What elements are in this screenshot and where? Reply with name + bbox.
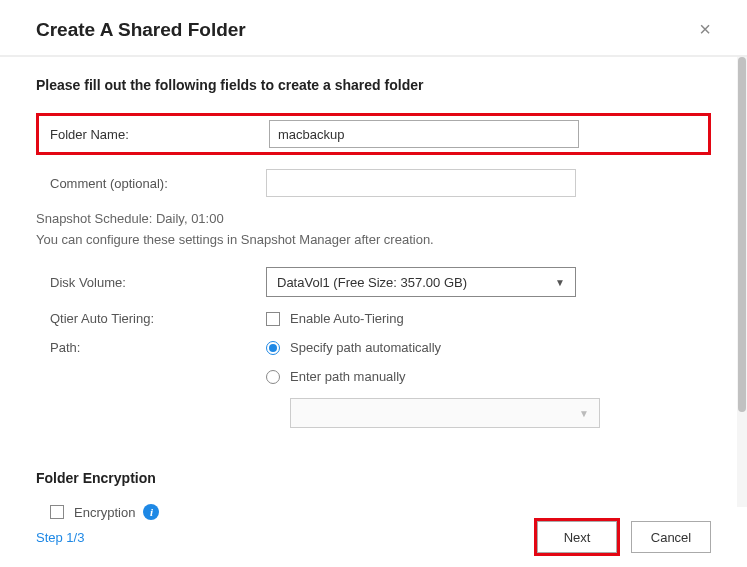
intro-text: Please fill out the following fields to … [36, 77, 711, 93]
cancel-button[interactable]: Cancel [631, 521, 711, 553]
chevron-down-icon: ▼ [579, 408, 589, 419]
qtier-label: Qtier Auto Tiering: [36, 311, 266, 326]
encryption-checkbox[interactable] [50, 505, 64, 519]
close-icon[interactable]: × [699, 18, 711, 41]
info-icon[interactable]: i [143, 504, 159, 520]
path-auto-radio[interactable] [266, 341, 280, 355]
dialog-title: Create A Shared Folder [36, 19, 246, 41]
next-button[interactable]: Next [537, 521, 617, 553]
auto-tiering-label: Enable Auto-Tiering [290, 311, 404, 326]
folder-name-label: Folder Name: [39, 127, 269, 142]
encryption-label: Encryption [74, 505, 135, 520]
snapshot-schedule-note: Snapshot Schedule: Daily, 01:00 [36, 211, 711, 226]
folder-name-row-highlight: Folder Name: [36, 113, 711, 155]
comment-label: Comment (optional): [36, 176, 266, 191]
folder-name-input[interactable] [269, 120, 579, 148]
disk-volume-value: DataVol1 (Free Size: 357.00 GB) [277, 275, 467, 290]
manual-path-select[interactable]: ▼ [290, 398, 600, 428]
path-auto-label: Specify path automatically [290, 340, 441, 355]
auto-tiering-checkbox[interactable] [266, 312, 280, 326]
encryption-heading: Folder Encryption [36, 470, 711, 486]
comment-input[interactable] [266, 169, 576, 197]
snapshot-manager-note: You can configure these settings in Snap… [36, 232, 711, 247]
disk-volume-select[interactable]: DataVol1 (Free Size: 357.00 GB) ▼ [266, 267, 576, 297]
path-manual-radio[interactable] [266, 370, 280, 384]
chevron-down-icon: ▼ [555, 277, 565, 288]
disk-volume-label: Disk Volume: [36, 275, 266, 290]
scrollbar-thumb[interactable] [738, 57, 746, 412]
scrollbar[interactable] [737, 57, 747, 507]
step-indicator: Step 1/3 [36, 530, 84, 545]
path-label: Path: [36, 340, 266, 355]
path-manual-label: Enter path manually [290, 369, 406, 384]
